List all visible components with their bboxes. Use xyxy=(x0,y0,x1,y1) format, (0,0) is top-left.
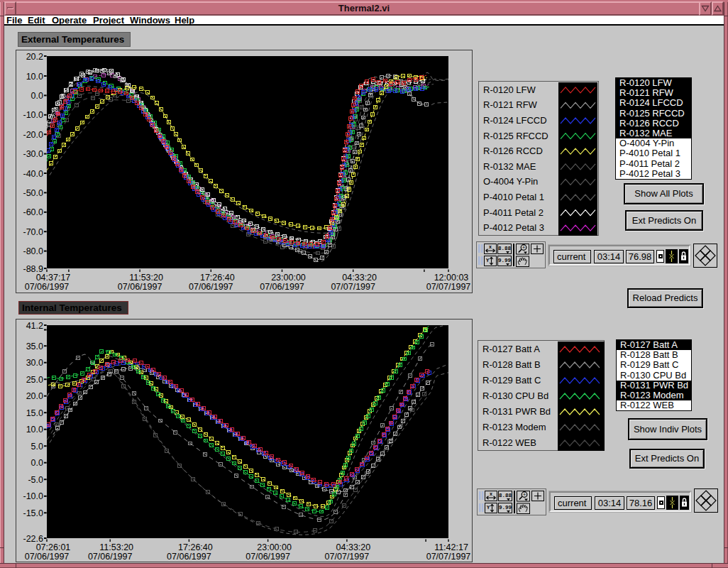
svg-text:-80.0: -80.0 xyxy=(23,246,44,256)
svg-text:x: x xyxy=(490,491,492,496)
svg-text:10.0: 10.0 xyxy=(26,425,43,435)
svg-text:04:33:20: 04:33:20 xyxy=(336,542,371,552)
svg-text:07/07/1997: 07/07/1997 xyxy=(331,282,375,292)
svg-text:-50.0: -50.0 xyxy=(23,188,44,198)
svg-text:-70.0: -70.0 xyxy=(23,227,44,237)
svg-text:30.0: 30.0 xyxy=(26,358,43,368)
svg-text:07/06/1997: 07/06/1997 xyxy=(167,552,211,562)
svg-text:0.0: 0.0 xyxy=(31,91,43,101)
svg-text:17:26:40: 17:26:40 xyxy=(200,273,235,283)
svg-text:07/06/1997: 07/06/1997 xyxy=(25,282,70,292)
svg-text:11:42:17: 11:42:17 xyxy=(434,542,468,552)
svg-text:Y: Y xyxy=(487,505,490,510)
svg-text:5.0: 5.0 xyxy=(31,442,43,452)
svg-text:-30.0: -30.0 xyxy=(23,149,44,159)
svg-text:07/07/1997: 07/07/1997 xyxy=(426,282,471,292)
svg-text:-40.0: -40.0 xyxy=(23,169,44,179)
svg-text:23:00:00: 23:00:00 xyxy=(257,542,292,552)
svg-text:25.0: 25.0 xyxy=(26,375,43,385)
svg-text:+: + xyxy=(522,245,525,250)
svg-text:07/06/1997: 07/06/1997 xyxy=(118,282,162,292)
svg-text:x: x xyxy=(489,244,492,249)
svg-text:12:00:03: 12:00:03 xyxy=(434,273,469,283)
svg-text:07:26:01: 07:26:01 xyxy=(36,542,71,552)
svg-text:-10.0: -10.0 xyxy=(23,110,44,120)
svg-text:04:33:20: 04:33:20 xyxy=(342,273,377,283)
svg-text:-20.0: -20.0 xyxy=(23,130,44,140)
svg-text:8.88: 8.88 xyxy=(499,493,512,498)
svg-text:-5.0: -5.0 xyxy=(28,475,43,485)
svg-text:9.99: 9.99 xyxy=(499,505,512,510)
svg-text:9.99: 9.99 xyxy=(498,258,512,263)
svg-text:07/06/1997: 07/06/1997 xyxy=(88,552,133,562)
svg-text:35.0: 35.0 xyxy=(26,342,43,351)
svg-text:07/06/1997: 07/06/1997 xyxy=(25,552,70,562)
svg-text:20.0: 20.0 xyxy=(26,391,43,401)
svg-text:8.88: 8.88 xyxy=(498,246,512,251)
svg-text:11:53:20: 11:53:20 xyxy=(129,273,163,283)
svg-text:41.2: 41.2 xyxy=(26,321,43,331)
svg-text:0.0: 0.0 xyxy=(31,458,43,468)
svg-text:+: + xyxy=(523,492,526,497)
svg-text:-15.0: -15.0 xyxy=(23,508,44,518)
svg-text:11:53:20: 11:53:20 xyxy=(99,542,133,552)
svg-text:17:26:40: 17:26:40 xyxy=(178,542,213,552)
svg-text:07/06/1997: 07/06/1997 xyxy=(189,282,233,292)
svg-text:20.2: 20.2 xyxy=(26,52,43,62)
svg-text:07/06/1997: 07/06/1997 xyxy=(246,552,290,562)
svg-text:15.0: 15.0 xyxy=(26,408,43,418)
svg-text:04:37:17: 04:37:17 xyxy=(36,273,71,283)
svg-text:07/07/1997: 07/07/1997 xyxy=(325,552,370,562)
svg-text:07/07/1997: 07/07/1997 xyxy=(426,552,471,562)
svg-text:-10.0: -10.0 xyxy=(23,491,44,501)
svg-text:07/06/1997: 07/06/1997 xyxy=(260,282,304,292)
svg-text:10.0: 10.0 xyxy=(26,72,43,82)
svg-text:Y: Y xyxy=(486,258,490,263)
svg-text:-60.0: -60.0 xyxy=(23,207,44,217)
svg-text:23:00:00: 23:00:00 xyxy=(271,273,306,283)
